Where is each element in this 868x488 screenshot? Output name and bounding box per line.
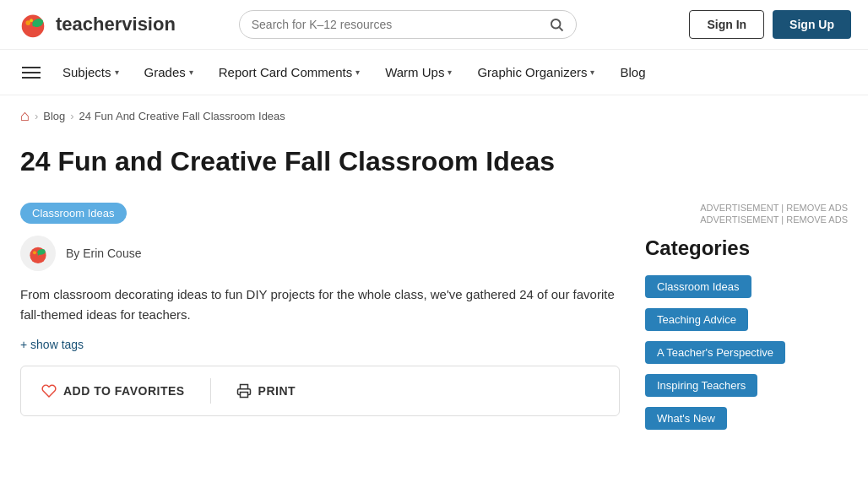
chevron-down-icon: ▾ [355,68,360,77]
chevron-down-icon: ▾ [189,68,193,77]
signup-button[interactable]: Sign Up [773,10,851,39]
article-description: From classroom decorating ideas to fun D… [20,285,620,325]
svg-point-3 [25,20,30,25]
nav-item-grades[interactable]: Grades ▾ [133,50,205,95]
ad-notice: ADVERTISEMENT | REMOVE ADS [645,203,848,213]
breadcrumb-separator-2: › [70,110,73,122]
heart-icon [41,383,57,399]
author-name: By Erin Couse [66,247,141,260]
hamburger-menu-button[interactable] [14,57,49,89]
remove-ads-link-2[interactable]: REMOVE ADS [786,214,848,225]
article-area: Classroom Ideas By Erin Couse From class… [20,203,620,433]
main-content: Classroom Ideas By Erin Couse From class… [0,203,868,433]
breadcrumb-blog-link[interactable]: Blog [43,110,65,122]
nav-item-warm-ups[interactable]: Warm Ups ▾ [373,50,464,95]
search-input[interactable] [252,18,549,31]
nav-item-graphic-organizers[interactable]: Graphic Organizers ▾ [465,50,606,95]
signin-button[interactable]: Sign In [689,10,764,39]
category-tag[interactable]: Teaching Advice [645,308,748,331]
svg-point-4 [30,19,33,22]
page-title: 24 Fun and Creative Fall Classroom Ideas [20,145,848,177]
svg-point-0 [22,15,45,38]
logo-text: teachervision [56,14,176,35]
add-to-favorites-button[interactable]: ADD TO FAVORITES [41,383,185,399]
site-header: teachervision Sign In Sign Up [0,0,868,50]
chevron-down-icon: ▾ [590,68,594,77]
breadcrumb-current: 24 Fun And Creative Fall Classroom Ideas [79,110,285,122]
svg-point-10 [33,252,36,255]
chevron-down-icon: ▾ [448,68,452,77]
author-avatar-icon [24,240,52,267]
hamburger-line-2 [22,72,41,73]
search-button[interactable] [549,17,564,32]
page-title-area: 24 Fun and Creative Fall Classroom Ideas [0,137,868,203]
search-icon [549,17,564,32]
category-tags: Classroom IdeasTeaching AdviceA Teacher'… [645,272,848,433]
article-tag[interactable]: Classroom Ideas [20,203,127,224]
hamburger-line-3 [22,77,41,79]
svg-line-6 [559,27,562,30]
search-bar[interactable] [239,10,577,39]
author-avatar [20,236,56,271]
svg-point-5 [551,19,561,29]
print-icon [236,383,252,399]
auth-buttons: Sign In Sign Up [689,10,851,39]
sidebar: ADVERTISEMENT | REMOVE ADS ADVERTISEMENT… [645,203,848,433]
remove-ads-link-1[interactable]: REMOVE ADS [786,203,848,213]
main-nav: Subjects ▾ Grades ▾ Report Card Comments… [0,50,868,95]
category-tag[interactable]: A Teacher's Perspective [645,341,785,364]
author-row: By Erin Couse [20,236,620,271]
categories-title: Categories [645,236,848,260]
print-button[interactable]: Print [236,383,296,399]
action-bar: ADD TO FAVORITES Print [20,366,620,416]
nav-item-blog[interactable]: Blog [608,50,657,95]
breadcrumb-home-link[interactable]: ⌂ [20,107,30,125]
category-tag[interactable]: Classroom Ideas [645,275,751,298]
nav-item-report-card-comments[interactable]: Report Card Comments ▾ [207,50,372,95]
action-divider [210,378,211,404]
ad-notice-2: ADVERTISEMENT | REMOVE ADS [645,214,848,225]
home-icon: ⌂ [20,107,30,124]
chevron-down-icon: ▾ [115,68,119,77]
show-tags-link[interactable]: + show tags [20,338,84,351]
breadcrumb-separator-1: › [35,110,38,122]
nav-item-subjects[interactable]: Subjects ▾ [51,50,131,95]
category-tag[interactable]: What's New [645,407,727,430]
logo-icon [17,8,49,41]
logo[interactable]: teachervision [17,8,176,41]
svg-rect-11 [240,393,247,398]
breadcrumb: ⌂ › Blog › 24 Fun And Creative Fall Clas… [0,95,868,137]
hamburger-line-1 [22,67,41,68]
category-tag[interactable]: Inspiring Teachers [645,374,757,397]
